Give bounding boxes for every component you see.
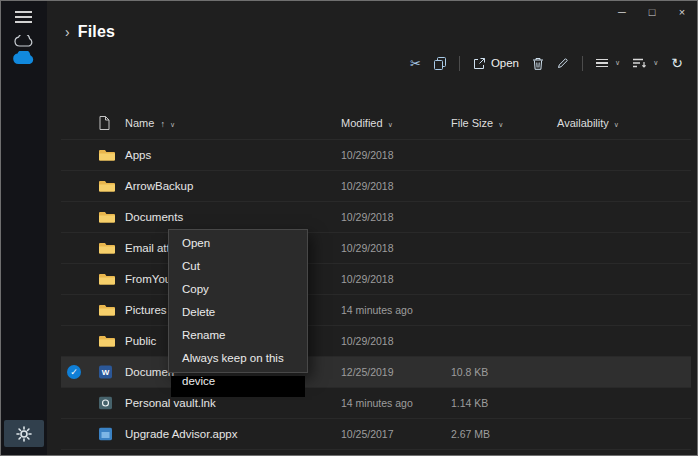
window-controls: ─ □ × [607,1,697,23]
toolbar-divider [459,56,460,71]
folder-icon [99,335,115,348]
column-label: Modified [341,117,383,129]
file-name: Documen [125,366,174,378]
breadcrumb[interactable]: › Files [65,23,115,41]
onedrive-cloud-icon[interactable] [1,51,47,69]
scissors-icon: ✂ [410,57,421,70]
column-header-modified[interactable]: Modified ∨ [341,117,393,129]
file-modified: 10/29/2018 [341,242,394,254]
file-name: FromYou [125,273,171,285]
table-row[interactable]: Documents 10/29/2018 [61,202,691,233]
file-name: ArrowBackup [125,180,193,192]
table-row[interactable]: Upgrade Advisor.appx 10/25/2017 2.67 MB [61,419,691,450]
list-view-icon [596,59,608,68]
file-size: 10.8 KB [451,366,488,378]
view-options-button[interactable]: ∨ [596,59,620,68]
context-menu-item-copy[interactable]: Copy [169,278,307,301]
table-row[interactable]: Pictures 14 minutes ago [61,295,691,326]
toolbar: ✂ Open [410,51,683,75]
column-label: Availability [557,117,609,129]
content-area: › Files ✂ Open [47,1,697,455]
copy-icon [434,57,446,70]
folder-icon [99,304,115,317]
table-row[interactable]: Public 10/29/2018 [61,326,691,357]
table-row[interactable]: Apps 10/29/2018 [61,140,691,171]
file-name: Personal vault.lnk [125,397,216,409]
refresh-button[interactable]: ↻ [671,56,683,70]
gear-icon [16,426,32,442]
maximize-button[interactable]: □ [637,1,667,23]
file-modified: 10/29/2018 [341,149,394,161]
file-modified: 10/29/2018 [341,273,394,285]
table-row[interactable]: ArrowBackup 10/29/2018 [61,171,691,202]
context-menu-item-delete[interactable]: Delete [169,301,307,324]
folder-icon [99,211,115,224]
cloud-outline-icon[interactable] [1,33,47,51]
file-name: Upgrade Advisor.appx [125,428,238,440]
close-button[interactable]: × [667,1,697,23]
app-window: ─ □ × › Files ✂ [0,0,698,456]
chevron-down-icon: ∨ [615,59,620,67]
context-menu-item-rename[interactable]: Rename [169,324,307,347]
file-name: Public [125,335,156,347]
chevron-down-icon: ∨ [170,121,175,128]
sort-order-button[interactable]: ∨ [633,58,658,68]
table-row-selected[interactable]: ✓ W Documen 12/25/2019 10.8 KB [61,357,691,388]
open-button[interactable]: Open [473,57,519,70]
file-name: Pictures [125,304,167,316]
sort-icon [633,58,646,68]
table-header: Name ↑ ∨ Modified ∨ File Size ∨ Availabi… [61,113,691,137]
context-menu-item-cut[interactable]: Cut [169,255,307,278]
context-menu-item-open[interactable]: Open [169,232,307,255]
word-document-icon: W [99,366,112,379]
file-list: Apps 10/29/2018 ArrowBackup 10/29/2018 D… [61,139,691,450]
chevron-down-icon: ∨ [614,121,619,128]
file-modified: 10/29/2018 [341,180,394,192]
folder-icon [99,273,115,286]
page-title: Files [78,23,115,41]
column-label: File Size [451,117,493,129]
chevron-right-icon: › [65,24,70,40]
delete-button[interactable] [532,57,544,70]
file-modified: 10/29/2018 [341,211,394,223]
file-modified: 10/29/2018 [341,335,394,347]
file-modified: 14 minutes ago [341,397,413,409]
settings-button[interactable] [4,420,44,447]
toolbar-divider [582,56,583,71]
chevron-down-icon: ∨ [388,121,393,128]
trash-icon [532,57,544,70]
folder-icon [99,149,115,162]
file-modified: 12/25/2019 [341,366,394,378]
table-row[interactable]: Personal vault.lnk 14 minutes ago 1.14 K… [61,388,691,419]
hamburger-menu-button[interactable] [15,11,32,26]
copy-button[interactable] [434,57,446,70]
open-label: Open [491,57,519,69]
table-row[interactable]: FromYou 10/29/2018 [61,264,691,295]
context-menu-item-always-keep[interactable]: Always keep on this device [169,347,307,370]
minimize-button[interactable]: ─ [607,1,637,23]
context-menu: Open Cut Copy Delete Rename Always keep … [168,229,308,373]
rename-button[interactable] [557,57,569,69]
sidebar [1,1,47,455]
cut-button[interactable]: ✂ [410,57,421,70]
folder-icon [99,242,115,255]
document-type-column-icon[interactable] [99,116,110,132]
refresh-icon: ↻ [671,56,683,70]
vault-shortcut-icon [99,397,112,410]
sort-ascending-icon: ↑ [160,119,165,129]
rename-icon [557,57,569,69]
column-label: Name [125,117,154,129]
column-header-name[interactable]: Name ↑ ∨ [125,117,175,129]
selection-check-button[interactable]: ✓ [67,365,81,379]
open-icon [473,57,486,70]
file-modified: 14 minutes ago [341,304,413,316]
appx-package-icon [99,428,112,441]
check-icon: ✓ [67,365,81,379]
chevron-down-icon: ∨ [498,121,503,128]
file-size: 1.14 KB [451,397,488,409]
column-header-file-size[interactable]: File Size ∨ [451,117,503,129]
column-header-availability[interactable]: Availability ∨ [557,117,619,129]
table-row[interactable]: Email atta 10/29/2018 [61,233,691,264]
chevron-down-icon: ∨ [653,59,658,67]
file-name: Documents [125,211,183,223]
